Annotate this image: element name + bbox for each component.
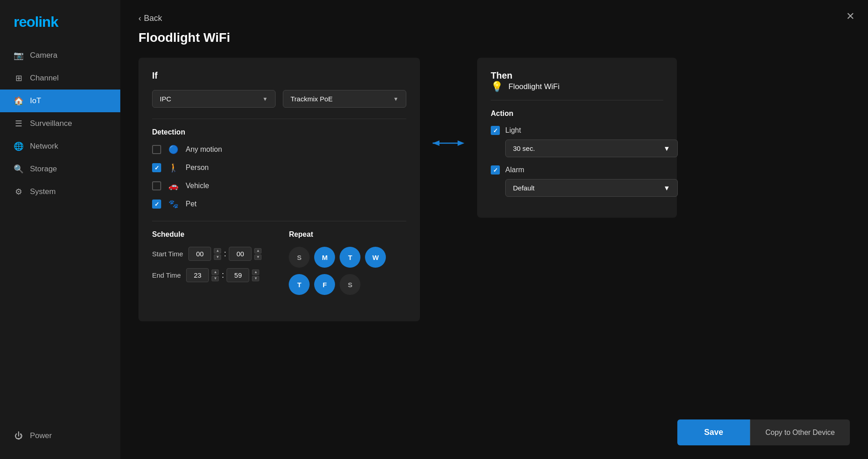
person-label: Person xyxy=(186,164,209,172)
repeat-title: Repeat xyxy=(289,230,406,239)
arrow-icon xyxy=(433,140,464,147)
sidebar: reolink 📷 Camera ⊞ Channel 🏠 IoT ☰ Surve… xyxy=(0,0,120,459)
sidebar-nav: 📷 Camera ⊞ Channel 🏠 IoT ☰ Surveillance … xyxy=(0,44,120,422)
sidebar-item-channel[interactable]: ⊞ Channel xyxy=(0,67,120,90)
camera-icon: 📷 xyxy=(14,50,24,60)
detection-pet: 🐾 Pet xyxy=(152,198,406,210)
device-type-dropdown[interactable]: IPC ▼ xyxy=(152,90,276,108)
if-label: If xyxy=(152,70,406,81)
start-min-up[interactable]: ▲ xyxy=(254,248,261,254)
start-time-row: Start Time ▲ ▼ : ▲ ▼ xyxy=(152,247,261,261)
device-type-value: IPC xyxy=(160,95,171,103)
schedule-title: Schedule xyxy=(152,230,261,239)
start-hour-up[interactable]: ▲ xyxy=(214,248,221,254)
sidebar-item-iot[interactable]: 🏠 IoT xyxy=(0,90,120,112)
detection-person: 🚶 Person xyxy=(152,162,406,174)
day-wed[interactable]: W xyxy=(365,247,386,268)
bulb-icon: 💡 xyxy=(491,81,503,93)
end-min-input[interactable] xyxy=(227,268,249,282)
action-light: Light 30 sec. ▼ xyxy=(491,126,663,157)
vehicle-icon: 🚗 xyxy=(168,180,179,192)
start-min-down[interactable]: ▼ xyxy=(254,254,261,260)
sidebar-label-surveillance: Surveillance xyxy=(30,119,72,128)
then-panel: Then 💡 Floodlight WiFi Action Light 30 s… xyxy=(477,58,677,218)
start-time-input-group: ▲ ▼ : ▲ ▼ xyxy=(188,247,261,261)
channel-icon: ⊞ xyxy=(14,73,24,83)
action-light-row: Light xyxy=(491,126,663,135)
device-name-dropdown[interactable]: Trackmix PoE ▼ xyxy=(283,90,406,108)
sidebar-item-camera[interactable]: 📷 Camera xyxy=(0,44,120,67)
end-time-row: End Time ▲ ▼ : ▲ ▼ xyxy=(152,268,261,282)
sidebar-item-network[interactable]: 🌐 Network xyxy=(0,135,120,158)
start-min-spinners: ▲ ▼ xyxy=(254,248,261,260)
copy-button[interactable]: Copy to Other Device xyxy=(750,419,850,445)
detection-vehicle: 🚗 Vehicle xyxy=(152,180,406,192)
network-icon: 🌐 xyxy=(14,141,24,151)
bottom-actions: Save Copy to Other Device xyxy=(677,419,850,445)
alarm-label: Alarm xyxy=(505,166,524,174)
end-hour-input[interactable] xyxy=(186,268,209,282)
person-checkbox[interactable] xyxy=(152,163,161,172)
day-mon[interactable]: M xyxy=(314,247,335,268)
sidebar-item-surveillance[interactable]: ☰ Surveillance xyxy=(0,112,120,135)
device-name-arrow-icon: ▼ xyxy=(393,96,399,102)
any-motion-icon: 🔵 xyxy=(168,144,179,155)
back-button[interactable]: ‹ Back xyxy=(138,14,850,23)
time-colon-2: : xyxy=(222,270,224,280)
start-hour-spinners: ▲ ▼ xyxy=(214,248,221,260)
detection-any-motion: 🔵 Any motion xyxy=(152,144,406,155)
start-hour-down[interactable]: ▼ xyxy=(214,254,221,260)
power-button[interactable]: ⏻ Power xyxy=(14,431,107,441)
iot-icon: 🏠 xyxy=(14,96,24,106)
action-label: Action xyxy=(491,110,663,118)
sidebar-item-system[interactable]: ⚙ System xyxy=(0,180,120,203)
schedule-section: Schedule Start Time ▲ ▼ : xyxy=(152,221,406,301)
back-arrow-icon: ‹ xyxy=(138,14,141,23)
day-fri[interactable]: F xyxy=(314,274,335,295)
pet-checkbox[interactable] xyxy=(152,200,161,209)
page-title: Floodlight WiFi xyxy=(138,30,850,45)
light-duration-dropdown[interactable]: 30 sec. ▼ xyxy=(505,140,678,157)
any-motion-checkbox[interactable] xyxy=(152,145,161,154)
start-hour-input[interactable] xyxy=(188,247,211,261)
light-label: Light xyxy=(505,126,521,135)
then-device-name: Floodlight WiFi xyxy=(508,82,559,91)
main-content: × ‹ Back Floodlight WiFi If IPC ▼ Trackm… xyxy=(120,0,868,459)
action-alarm-row: Alarm xyxy=(491,165,663,175)
end-hour-up[interactable]: ▲ xyxy=(212,269,219,275)
device-dropdowns: IPC ▼ Trackmix PoE ▼ xyxy=(152,90,406,108)
light-checkbox[interactable] xyxy=(491,126,500,135)
svg-marker-3 xyxy=(433,140,439,146)
alarm-type-value: Default xyxy=(513,184,535,192)
end-min-down[interactable]: ▼ xyxy=(252,276,259,281)
end-min-up[interactable]: ▲ xyxy=(252,269,259,275)
day-buttons-row2: T F S xyxy=(289,274,406,295)
power-label: Power xyxy=(30,431,52,440)
day-sun1[interactable]: S xyxy=(289,247,310,268)
day-tue[interactable]: T xyxy=(340,247,360,268)
alarm-checkbox[interactable] xyxy=(491,165,500,175)
end-time-input-group: ▲ ▼ : ▲ ▼ xyxy=(186,268,259,282)
person-icon: 🚶 xyxy=(168,162,179,174)
vehicle-checkbox[interactable] xyxy=(152,181,161,190)
sidebar-item-storage[interactable]: 🔍 Storage xyxy=(0,158,120,180)
end-hour-down[interactable]: ▼ xyxy=(212,276,219,281)
alarm-type-dropdown[interactable]: Default ▼ xyxy=(505,179,678,197)
system-icon: ⚙ xyxy=(14,187,24,197)
sidebar-label-system: System xyxy=(30,187,56,196)
start-min-input[interactable] xyxy=(229,247,252,261)
svg-marker-1 xyxy=(458,140,464,146)
sidebar-label-channel: Channel xyxy=(30,74,59,83)
detection-label: Detection xyxy=(152,128,406,136)
day-thu[interactable]: T xyxy=(289,274,310,295)
device-name-value: Trackmix PoE xyxy=(291,95,333,103)
end-hour-spinners: ▲ ▼ xyxy=(212,269,219,281)
day-sat[interactable]: S xyxy=(340,274,360,295)
save-button[interactable]: Save xyxy=(677,419,750,445)
logo: reolink xyxy=(0,9,120,44)
close-button[interactable]: × xyxy=(846,9,854,23)
surveillance-icon: ☰ xyxy=(14,119,24,129)
sidebar-label-iot: IoT xyxy=(30,96,41,105)
then-label: Then xyxy=(491,70,663,81)
arrow-connector xyxy=(420,140,477,147)
